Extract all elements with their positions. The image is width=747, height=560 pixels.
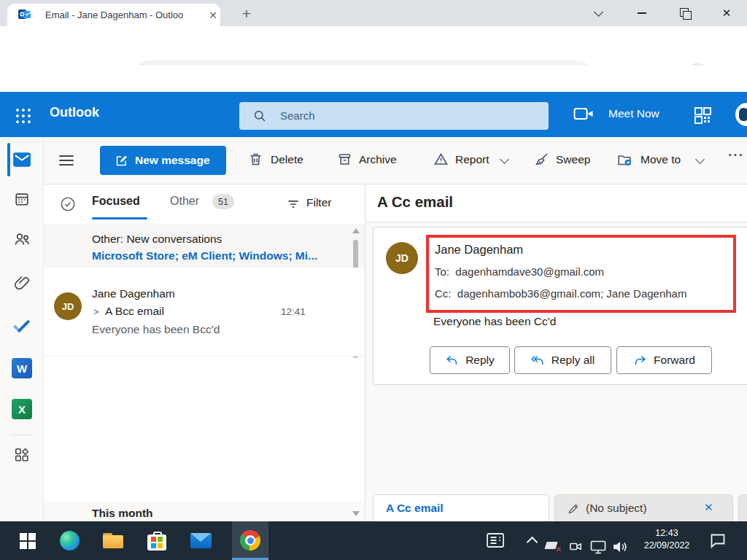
account-avatar[interactable] xyxy=(735,103,747,126)
notification-center-icon[interactable] xyxy=(709,532,727,548)
archive-icon xyxy=(337,152,352,167)
tab-close-icon[interactable]: ✕ xyxy=(206,8,220,23)
tab-other[interactable]: Other 51 xyxy=(170,195,250,217)
usb-eject-icon[interactable]: ✕ xyxy=(544,540,560,552)
report-button[interactable]: Report xyxy=(433,150,512,171)
tab-focused[interactable]: Focused xyxy=(92,195,150,221)
forward-icon xyxy=(633,354,647,368)
mail-icon[interactable] xyxy=(12,152,31,168)
widgets-news-icon[interactable] xyxy=(486,532,505,549)
word-icon[interactable]: W xyxy=(12,358,32,378)
bookmarks-bar: Email - Jane Dagen... Imported xyxy=(0,66,747,92)
banner-title: Other: New conversations xyxy=(92,233,222,246)
select-all-circle-check-icon[interactable] xyxy=(60,196,76,212)
rail-divider xyxy=(10,435,34,435)
reply-button[interactable]: Reply xyxy=(430,346,510,374)
volume-speaker-icon[interactable] xyxy=(611,540,629,554)
app-rail: W X xyxy=(0,137,44,521)
file-explorer-icon[interactable] xyxy=(96,521,130,560)
forward-label: Forward xyxy=(654,354,695,367)
filter-icon xyxy=(286,197,301,211)
taskbar: ✕ 12:43 22/09/2022 xyxy=(0,521,747,560)
qr-app-icon[interactable] xyxy=(694,107,711,124)
command-bar: New message Delete Archive Report Sweep … xyxy=(0,137,747,184)
edge-icon[interactable] xyxy=(53,521,86,560)
docked-compose-tab-label: (No subject) xyxy=(586,502,647,515)
message-list-item[interactable]: JD Jane Dagenham > A Bcc email 12:41 Eve… xyxy=(44,268,365,357)
other-count-badge: 51 xyxy=(212,194,234,209)
microsoft-store-icon[interactable] xyxy=(140,521,174,560)
move-to-button[interactable]: Move to xyxy=(616,150,710,171)
todo-check-icon[interactable] xyxy=(12,316,31,335)
search-placeholder: Search xyxy=(280,109,315,122)
expand-chevron-icon[interactable]: > xyxy=(93,306,99,317)
meet-now-tray-icon[interactable] xyxy=(568,540,584,553)
tab-title: Email - Jane Dagenham - Outloo xyxy=(45,9,197,20)
new-message-button[interactable]: New message xyxy=(100,146,226,175)
meet-now-label: Meet Now xyxy=(608,107,659,120)
other-conversations-banner[interactable]: Other: New conversations Microsoft Store… xyxy=(44,224,365,268)
banner-links[interactable]: Microsoft Store; eM Client; Windows; Mi.… xyxy=(92,249,347,262)
scroll-down-arrow[interactable] xyxy=(352,511,360,516)
outlook-logo: Outlook xyxy=(50,105,99,120)
screen: Email - Jane Dagenham - Outloo ✕ + ✕ out… xyxy=(0,0,747,560)
chrome-taskbar-button[interactable] xyxy=(232,521,268,560)
reply-all-button[interactable]: Reply all xyxy=(514,346,611,374)
new-tab-button[interactable]: + xyxy=(236,4,257,24)
more-commands-button[interactable]: ··· xyxy=(728,147,744,163)
item-subject: A Bcc email xyxy=(105,305,164,318)
reply-all-label: Reply all xyxy=(551,354,595,367)
people-icon[interactable] xyxy=(13,231,31,247)
app-launcher-waffle-icon[interactable] xyxy=(14,106,31,123)
search-input[interactable]: Search xyxy=(239,102,549,130)
new-message-label: New message xyxy=(135,154,210,167)
section-label: This month xyxy=(92,507,153,520)
broom-icon xyxy=(534,152,549,167)
browser-tab-strip: Email - Jane Dagenham - Outloo ✕ + ✕ xyxy=(0,0,747,26)
other-label: Other xyxy=(170,195,199,208)
excel-icon[interactable]: X xyxy=(12,399,32,419)
filter-button[interactable]: Filter xyxy=(286,195,344,215)
start-button[interactable] xyxy=(10,521,45,560)
tray-chevron-up-icon[interactable] xyxy=(519,521,544,560)
mail-app-icon[interactable] xyxy=(184,521,217,560)
collapse-folders-hamburger-icon[interactable] xyxy=(59,152,74,168)
sweep-label: Sweep xyxy=(556,153,590,166)
restore-button[interactable] xyxy=(670,2,699,24)
item-time: 12:41 xyxy=(281,306,306,317)
delete-label: Delete xyxy=(271,153,303,166)
meet-now-button[interactable]: Meet Now xyxy=(573,105,683,124)
section-this-month[interactable]: This month xyxy=(44,501,365,522)
network-display-icon[interactable] xyxy=(589,540,607,554)
reply-icon xyxy=(445,354,459,368)
message-body: Everyone has been Cc'd xyxy=(433,315,556,328)
filter-label: Filter xyxy=(306,196,331,209)
delete-button[interactable]: Delete xyxy=(248,150,315,171)
tab-search-button[interactable] xyxy=(584,2,613,24)
scroll-up-arrow[interactable] xyxy=(352,228,360,233)
docked-reading-tab[interactable]: A Cc email xyxy=(373,494,549,522)
calendar-icon[interactable] xyxy=(14,191,30,207)
docked-overflow-tab[interactable] xyxy=(738,494,747,522)
window-close-icon[interactable]: ✕ xyxy=(712,2,741,24)
tray-date: 22/09/2022 xyxy=(632,540,702,551)
browser-toolbar: outlook.live.com/mail/0/inbox/id/AQQkADA… xyxy=(0,26,747,66)
archive-button[interactable]: Archive xyxy=(337,150,407,171)
forward-button[interactable]: Forward xyxy=(616,346,712,374)
chrome-icon xyxy=(240,530,260,551)
message-card: JD Jane Dagenham To: dagenhamdave30@gmai… xyxy=(373,227,747,385)
outlook-header: Outlook Search Meet Now xyxy=(0,92,747,137)
clock[interactable]: 12:43 22/09/2022 xyxy=(632,521,702,560)
focused-label: Focused xyxy=(92,195,140,208)
browser-tab[interactable]: Email - Jane Dagenham - Outloo ✕ xyxy=(7,4,220,26)
sender-avatar[interactable]: JD xyxy=(386,242,418,274)
focused-underline xyxy=(92,217,147,219)
pencil-icon xyxy=(567,502,580,516)
highlight-red-box xyxy=(426,235,736,313)
docked-compose-tab[interactable]: (No subject) ✕ xyxy=(554,494,733,522)
sweep-button[interactable]: Sweep xyxy=(534,150,598,171)
minimize-button[interactable] xyxy=(627,2,657,24)
compose-close-icon[interactable]: ✕ xyxy=(704,501,713,514)
more-apps-icon[interactable] xyxy=(14,447,30,463)
attachments-paperclip-icon[interactable] xyxy=(14,275,30,291)
